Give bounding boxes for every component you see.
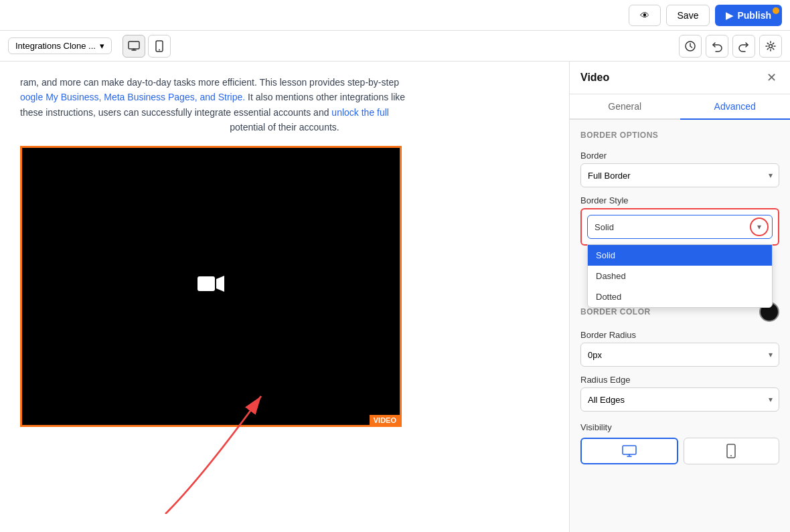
svg-point-4 [769, 44, 773, 48]
text-line-1: ram, and more can make day-to-day tasks … [20, 77, 399, 88]
svg-marker-6 [216, 276, 224, 292]
svg-rect-5 [198, 276, 215, 291]
border-style-value: Solid [587, 215, 773, 239]
main-area: ram, and more can make day-to-day tasks … [0, 62, 790, 532]
right-toolbar-icons [679, 35, 782, 58]
dropdown-option-dotted[interactable]: Dotted [588, 286, 772, 307]
close-panel-button[interactable]: ✕ [763, 70, 779, 86]
canvas: ram, and more can make day-to-day tasks … [0, 62, 569, 532]
radius-edge-field: Radius Edge All Edges ▾ [580, 375, 779, 412]
border-radius-field: Border Radius 0px ▾ [580, 330, 779, 367]
publish-wrapper: ▶ Publish [715, 5, 782, 26]
radius-edge-select[interactable]: All Edges [580, 387, 779, 412]
settings-button[interactable] [759, 35, 782, 58]
text-line-2: oogle My Business, Meta Business Pages, … [20, 92, 245, 102]
text-line-4: potential of their accounts. [20, 120, 549, 135]
border-style-label: Border Style [580, 195, 779, 205]
tab-general-label: General [608, 101, 641, 112]
notification-dot [773, 7, 779, 14]
text-line-3: these instructions, users can successful… [20, 107, 331, 118]
second-toolbar: Integrations Clone ... ▾ [0, 31, 790, 62]
tab-advanced-label: Advanced [714, 101, 756, 112]
panel-header: Video ✕ [570, 62, 790, 94]
save-label: Save [678, 10, 699, 21]
device-icons [123, 35, 171, 58]
border-style-chevron-circle[interactable]: ▾ [750, 217, 769, 236]
video-block[interactable]: VIDEO [20, 146, 402, 427]
video-container: VIDEO [20, 146, 402, 427]
svg-point-2 [159, 49, 160, 50]
desktop-visibility-button[interactable] [580, 438, 678, 464]
text-line-2b: It also mentions other integrations like [248, 92, 405, 102]
save-button[interactable]: Save [666, 5, 710, 26]
right-panel: Video ✕ General Advanced Border Options … [569, 62, 790, 532]
tab-advanced[interactable]: Advanced [680, 94, 791, 120]
border-radius-select-wrapper: 0px ▾ [580, 343, 779, 367]
visibility-section: Visibility [580, 422, 779, 464]
redo-button[interactable] [732, 35, 755, 58]
border-options-section: Border Options [580, 130, 779, 143]
top-toolbar: 👁 Save ▶ Publish [0, 0, 790, 31]
visibility-buttons [580, 438, 779, 464]
mobile-device-button[interactable] [148, 35, 171, 58]
video-camera-icon [198, 274, 224, 299]
page-selector[interactable]: Integrations Clone ... ▾ [8, 37, 112, 54]
dropdown-option-solid[interactable]: Solid [588, 245, 772, 266]
publish-button[interactable]: ▶ Publish [715, 5, 782, 26]
desktop-device-button[interactable] [123, 35, 145, 58]
publish-icon: ▶ [726, 10, 733, 21]
chevron-down-icon: ▾ [100, 41, 104, 51]
eye-icon: 👁 [640, 10, 649, 21]
border-label: Border [580, 151, 779, 161]
panel-body: Border Options Border Full Border ▾ Bord… [570, 120, 790, 475]
canvas-text-1: ram, and more can make day-to-day tasks … [20, 75, 549, 135]
border-style-field: Border Style Solid ▾ Solid [580, 195, 779, 246]
close-icon: ✕ [767, 70, 777, 85]
panel-tabs: General Advanced [570, 94, 790, 120]
border-style-container: Solid ▾ Solid Dashed [580, 208, 779, 246]
border-options-header: Border Options [580, 130, 779, 140]
border-radius-select[interactable]: 0px [580, 343, 779, 367]
undo-button[interactable] [706, 35, 728, 58]
canvas-content: ram, and more can make day-to-day tasks … [0, 62, 569, 532]
svg-point-10 [730, 455, 732, 456]
preview-button[interactable]: 👁 [629, 5, 661, 26]
tab-general[interactable]: General [570, 94, 680, 120]
visibility-label: Visibility [580, 422, 779, 432]
chevron-down-icon: ▾ [757, 222, 761, 232]
border-select[interactable]: Full Border [580, 163, 779, 187]
page-name: Integrations Clone ... [15, 41, 96, 51]
text-link-1: unlock the full [331, 107, 389, 118]
svg-rect-0 [129, 41, 139, 49]
border-select-wrapper: Full Border ▾ [580, 163, 779, 187]
panel-title: Video [580, 72, 609, 84]
border-field: Border Full Border ▾ [580, 151, 779, 187]
svg-rect-8 [623, 446, 636, 454]
mobile-visibility-button[interactable] [684, 438, 780, 464]
dropdown-option-dashed[interactable]: Dashed [588, 266, 772, 286]
border-style-dropdown: Solid Dashed Dotted [587, 244, 773, 308]
border-radius-label: Border Radius [580, 330, 779, 340]
video-label: VIDEO [370, 415, 400, 426]
border-color-label: BORDER COLOR [580, 307, 651, 317]
history-button[interactable] [679, 35, 702, 58]
radius-edge-select-wrapper: All Edges ▾ [580, 387, 779, 412]
radius-edge-label: Radius Edge [580, 375, 779, 385]
publish-label: Publish [737, 10, 771, 21]
border-style-select-display[interactable]: Solid ▾ [587, 215, 773, 239]
